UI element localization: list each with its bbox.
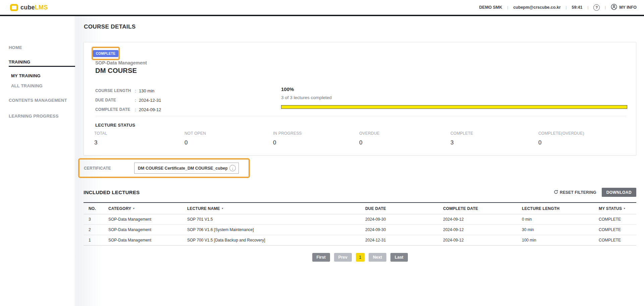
my-info-button[interactable]: MY INFO [611, 4, 637, 11]
lecture-status-total: TOTAL 3 [94, 131, 175, 146]
lectures-controls: RESET FILTERING DOWNLOAD [554, 188, 636, 197]
lectures-table: NO. CATEGORY▼ LECTURE NAME▼ DUE DATE COM… [84, 202, 636, 246]
sidebar-item-learning-progress[interactable]: LEARNING PROGRESS [9, 114, 59, 119]
lecture-status-label: COMPLETE [450, 131, 531, 136]
header-right: DEMO SMK | cubepm@crscube.co.kr | 59:41 … [479, 4, 637, 11]
course-length-label: COURSE LENGTH [95, 88, 135, 93]
sidebar-item-training[interactable]: TRAINING [9, 59, 30, 64]
header-separator: | [605, 5, 606, 9]
pagination-last-button[interactable]: Last [390, 253, 408, 262]
cell-my-status: COMPLETE [599, 217, 636, 222]
included-lectures-title: INCLUDED LECTURES [84, 189, 140, 195]
column-header-my-status[interactable]: MY STATUS▼ [599, 206, 636, 211]
status-badge: COMPLETE [93, 50, 119, 57]
lecture-status-complete: COMPLETE 3 [450, 131, 531, 146]
download-button[interactable]: DOWNLOAD [602, 188, 636, 197]
course-length-value: 130 min [139, 88, 154, 93]
cell-category: SOP-Data Management [108, 217, 187, 222]
sidebar-item-all-training[interactable]: ALL TRAINING [11, 83, 43, 88]
lecture-status-value: 3 [450, 139, 531, 146]
column-label: CATEGORY [108, 206, 131, 211]
complete-date-value: 2024-09-12 [139, 107, 161, 112]
certificate-file-name: DM COURSE Certificate_DM COURSE_cubepm.⋯ [138, 166, 227, 171]
help-icon[interactable]: ? [593, 4, 600, 11]
column-header-complete-date: COMPLETE DATE [443, 206, 522, 211]
certificate-download-icon[interactable]: ↓ [229, 165, 236, 171]
cell-lecture-length: 30 min [522, 227, 599, 232]
main-content: COURSE DETAILS COMPLETE SOP-Data Managem… [75, 16, 644, 306]
cell-category: SOP-Data Management [108, 238, 187, 243]
cell-due-date: 2024-12-31 [365, 238, 443, 243]
cell-my-status: COMPLETE [599, 227, 636, 232]
sort-icon[interactable]: ▼ [132, 207, 135, 210]
session-timer: 59:41 [572, 5, 582, 10]
lecture-status-value: 0 [538, 139, 619, 146]
due-date-label: DUE DATE [95, 98, 135, 102]
cell-category: SOP-Data Management [108, 227, 187, 232]
highlight-box-certificate: CERTIFICATE DM COURSE Certificate_DM COU… [78, 158, 250, 178]
sidebar-item-contents-management[interactable]: CONTENTS MANAGEMENT [9, 98, 67, 103]
pagination-next-button[interactable]: Next [369, 253, 386, 262]
lecture-status-value: 0 [359, 139, 440, 146]
column-label: LECTURE LENGTH [522, 206, 559, 211]
cell-complete-date: 2024-09-12 [443, 227, 522, 232]
sidebar: HOME TRAINING MY TRAINING ALL TRAINING C… [0, 16, 75, 306]
cell-due-date: 2024-09-30 [365, 227, 443, 232]
highlight-box-status-badge: COMPLETE [92, 47, 120, 60]
lecture-status-title: LECTURE STATUS [95, 123, 135, 128]
course-category: SOP-Data Management [95, 60, 147, 65]
lecture-status-in-progress: IN PROGRESS 0 [273, 131, 354, 146]
lecture-status-overdue: OVERDUE 0 [359, 131, 440, 146]
lecture-status-label: OVERDUE [359, 131, 440, 136]
lecture-status-value: 0 [273, 139, 354, 146]
user-icon [611, 4, 617, 11]
top-header: cubeLMS DEMO SMK | cubepm@crscube.co.kr … [0, 0, 644, 15]
cell-lecture-length: 100 min [522, 238, 599, 243]
tenant-name: DEMO SMK [479, 5, 502, 10]
logo[interactable]: cubeLMS [10, 4, 48, 11]
certificate-label: CERTIFICATE [84, 166, 134, 171]
logo-text: cubeLMS [20, 4, 48, 11]
reset-filtering-button[interactable]: RESET FILTERING [554, 190, 596, 195]
progress-caption: 3 of 3 lectures completed [281, 95, 627, 100]
sidebar-item-home[interactable]: HOME [9, 45, 22, 50]
table-header-row: NO. CATEGORY▼ LECTURE NAME▼ DUE DATE COM… [84, 202, 636, 214]
table-row[interactable]: 2 SOP-Data Management SOP 706 V1.6 [Syst… [84, 225, 636, 235]
colon: : [135, 98, 139, 103]
lecture-status-label: TOTAL [94, 131, 175, 136]
sort-icon[interactable]: ▼ [221, 207, 224, 210]
complete-date-label: COMPLETE DATE [95, 107, 135, 112]
column-label: LECTURE NAME [187, 206, 220, 211]
cell-lecture-name: SOP 706 V1.6 [System Maintenance] [187, 227, 365, 232]
logo-cube-icon [10, 4, 18, 11]
sidebar-item-my-training[interactable]: MY TRAINING [11, 73, 41, 78]
cell-due-date: 2024-09-30 [365, 217, 443, 222]
lecture-status-complete-overdue: COMPLETE(OVERDUE) 0 [538, 131, 619, 146]
table-row[interactable]: 3 SOP-Data Management SOP 701 V1.5 2024-… [84, 214, 636, 225]
complete-date-row: COMPLETE DATE : 2024-09-12 [95, 105, 161, 114]
table-row[interactable]: 1 SOP-Data Management SOP 700 V1.5 [Data… [84, 235, 636, 246]
cell-lecture-length: 0 min [522, 217, 599, 222]
progress-fill [281, 105, 627, 108]
pagination-first-button[interactable]: First [312, 253, 330, 262]
logo-word-lms: LMS [35, 4, 48, 11]
cell-complete-date: 2024-09-12 [443, 238, 522, 243]
sidebar-training-underline [9, 66, 75, 67]
cell-lecture-name: SOP 700 V1.5 [Data Backup and Recovery] [187, 238, 365, 243]
course-title: DM COURSE [95, 67, 137, 75]
pagination-page-1[interactable]: 1 [356, 253, 365, 262]
cell-lecture-name: SOP 701 V1.5 [187, 217, 365, 222]
sort-icon[interactable]: ▼ [623, 207, 626, 210]
logo-word-cube: cube [20, 4, 35, 11]
column-header-category[interactable]: CATEGORY▼ [108, 206, 187, 211]
course-info-list: COURSE LENGTH : 130 min DUE DATE : 2024-… [95, 86, 161, 114]
progress-bar [281, 105, 627, 109]
refresh-icon [554, 190, 558, 195]
column-header-lecture-length: LECTURE LENGTH [522, 206, 599, 211]
column-header-lecture-name[interactable]: LECTURE NAME▼ [187, 206, 365, 211]
lecture-status-value: 3 [94, 139, 175, 146]
cell-no: 1 [89, 238, 108, 243]
pagination-prev-button[interactable]: Prev [334, 253, 352, 262]
certificate-file-chip[interactable]: DM COURSE Certificate_DM COURSE_cubepm.⋯… [134, 163, 239, 174]
cell-my-status: COMPLETE [599, 238, 636, 243]
